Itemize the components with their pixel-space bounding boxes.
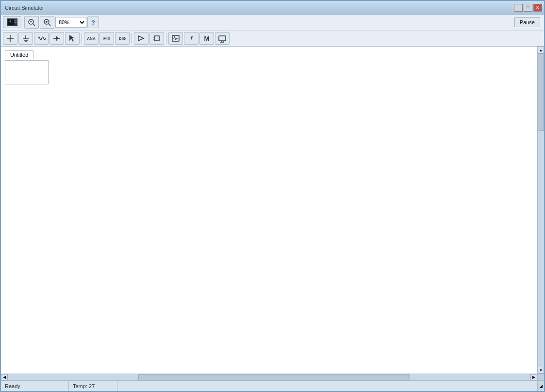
- canvas-surface[interactable]: Untitled: [1, 47, 537, 374]
- temp-label: Temp:: [73, 383, 87, 389]
- toolbar-separator-2: [132, 33, 132, 44]
- zoom-out-icon: [28, 18, 35, 26]
- mixed-button[interactable]: MIX: [99, 32, 114, 45]
- status-temp: Temp: 27: [69, 381, 117, 391]
- node-button[interactable]: [50, 32, 64, 45]
- hscroll-left-button[interactable]: ◀: [1, 374, 8, 380]
- hscroll-track[interactable]: [8, 374, 530, 380]
- mixed-label: MIX: [103, 36, 110, 41]
- hscroll-right-button[interactable]: ▶: [530, 374, 537, 380]
- display-button[interactable]: [215, 32, 230, 45]
- minimize-button[interactable]: ─: [514, 4, 523, 12]
- status-resize-handle[interactable]: ◢: [537, 381, 544, 391]
- measure-label: M: [204, 35, 210, 42]
- toolbar-row2: ANA MIX DIG: [1, 31, 544, 46]
- svg-line-13: [49, 24, 50, 26]
- help-button[interactable]: ?: [87, 16, 99, 28]
- oscilloscope-svg: [7, 18, 17, 26]
- cursor-button[interactable]: [65, 32, 80, 45]
- title-bar-left: Circuit Simulator: [3, 5, 44, 11]
- toolbar-row1: 80% 50% 60% 70% 90% 100% 125% 150% 200% …: [1, 15, 544, 31]
- display-icon: [218, 34, 227, 43]
- close-button[interactable]: ✕: [533, 4, 542, 12]
- func-button[interactable]: f: [184, 32, 198, 45]
- analog-label: ANA: [87, 36, 95, 41]
- gate-icon: [137, 34, 146, 43]
- ground-button[interactable]: [18, 32, 33, 45]
- status-bar: Ready Temp: 27 ◢: [1, 380, 544, 391]
- svg-marker-24: [138, 36, 144, 41]
- toolbar-separator-3: [166, 33, 166, 44]
- scope-wave-icon: [171, 34, 180, 43]
- toolbar-area: 80% 50% 60% 70% 90% 100% 125% 150% 200% …: [1, 15, 544, 47]
- svg-rect-25: [154, 36, 159, 41]
- signal-source-button[interactable]: [34, 32, 49, 45]
- scope-button[interactable]: [168, 32, 183, 45]
- title-bar: Circuit Simulator ─ □ ✕: [1, 1, 544, 15]
- svg-point-22: [56, 37, 58, 40]
- analog-button[interactable]: ANA: [84, 32, 99, 45]
- app-title: Circuit Simulator: [5, 5, 44, 11]
- canvas-area: Untitled ▲ ▼ ◀ ▶: [1, 47, 544, 380]
- digital-label: DIG: [119, 36, 126, 41]
- svg-rect-5: [15, 20, 17, 21]
- pause-button[interactable]: Pause: [514, 17, 540, 27]
- func-label: f: [190, 35, 192, 41]
- canvas-panel: [5, 60, 49, 84]
- scrollbar-corner: [537, 374, 544, 380]
- digital-button[interactable]: DIG: [115, 32, 130, 45]
- vscroll-thumb[interactable]: [538, 53, 544, 131]
- hscroll-thumb[interactable]: [138, 374, 410, 380]
- zoom-in-icon: [43, 18, 51, 26]
- ground-icon: [21, 34, 30, 43]
- zoom-select[interactable]: 80% 50% 60% 70% 90% 100% 125% 150% 200%: [55, 17, 86, 28]
- svg-rect-31: [219, 36, 226, 41]
- horizontal-scrollbar[interactable]: ◀ ▶: [1, 374, 537, 380]
- status-ready: Ready: [1, 381, 69, 391]
- ready-text: Ready: [5, 383, 20, 389]
- svg-marker-23: [69, 35, 75, 42]
- temp-value: 27: [89, 383, 95, 389]
- zoom-in-button[interactable]: [40, 16, 54, 29]
- svg-rect-6: [15, 22, 17, 23]
- main-window: Circuit Simulator ─ □ ✕: [0, 0, 545, 392]
- toolbar-separator-1: [82, 33, 82, 44]
- measure-button[interactable]: M: [199, 32, 214, 45]
- restore-button[interactable]: □: [524, 4, 532, 12]
- main-area: ⊕ ↔ Untitled ▲ ▼: [1, 47, 544, 380]
- vscroll-down-button[interactable]: ▼: [538, 367, 544, 374]
- add-wire-icon: [6, 34, 15, 43]
- canvas-background[interactable]: Untitled: [1, 47, 537, 374]
- chip-button[interactable]: [149, 32, 164, 45]
- title-bar-controls: ─ □ ✕: [514, 4, 542, 12]
- canvas-tab[interactable]: Untitled: [5, 50, 33, 59]
- chip-icon: [152, 34, 161, 43]
- scope-icon[interactable]: [3, 16, 21, 28]
- zoom-out-button[interactable]: [24, 16, 39, 29]
- add-wire-button[interactable]: [3, 32, 17, 45]
- gate-button[interactable]: [134, 32, 149, 45]
- vscroll-track[interactable]: [538, 53, 544, 367]
- node-icon: [52, 34, 61, 43]
- signal-icon: [37, 34, 46, 43]
- cursor-icon: [68, 34, 77, 43]
- vscroll-up-button[interactable]: ▲: [538, 47, 544, 53]
- svg-line-9: [33, 24, 35, 26]
- vertical-scrollbar[interactable]: ▲ ▼: [537, 47, 544, 374]
